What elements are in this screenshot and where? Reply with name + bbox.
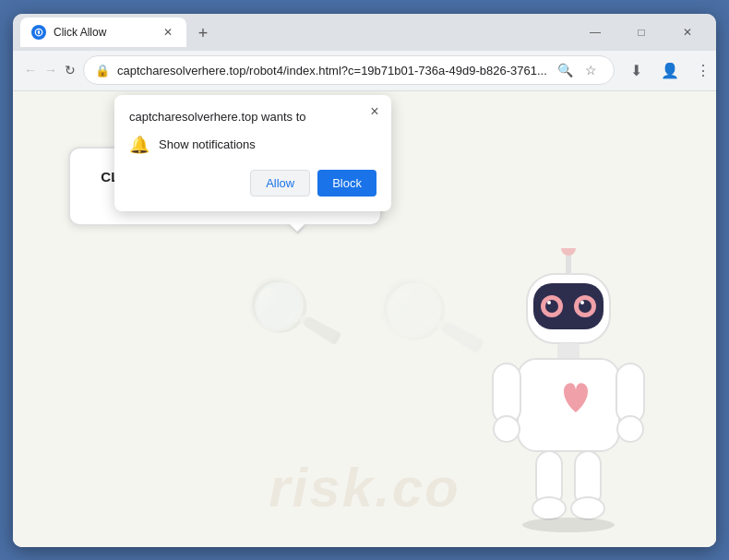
tab-favicon (31, 25, 46, 40)
new-tab-button[interactable]: + (190, 21, 216, 47)
popup-title: captcharesolverhere.top wants to (129, 110, 376, 124)
permission-label: Show notifications (159, 137, 256, 151)
page-content: 🔍 🔍 risk.co CLICK «ALLOW» TO CONFIRM THA… (13, 91, 716, 547)
svg-point-10 (580, 301, 584, 304)
notification-popup: captcharesolverhere.top wants to × 🔔 Sho… (114, 95, 391, 211)
profile-button[interactable]: 👤 (655, 55, 685, 85)
svg-point-18 (532, 497, 566, 519)
svg-point-21 (522, 518, 615, 532)
browser-window: Click Allow ✕ + — □ ✕ ← → ↻ 🔒 captchares… (13, 14, 716, 547)
forward-button[interactable]: → (44, 57, 57, 83)
tabs-area: Click Allow ✕ + (20, 18, 567, 47)
lock-icon: 🔒 (95, 64, 110, 77)
back-button[interactable]: ← (24, 57, 37, 83)
minimize-button[interactable]: — (574, 18, 616, 46)
svg-point-8 (579, 300, 592, 313)
robot-svg (476, 248, 661, 534)
bookmark-icon[interactable]: ☆ (580, 59, 603, 81)
svg-rect-11 (557, 343, 580, 360)
close-button[interactable]: ✕ (666, 18, 709, 46)
menu-button[interactable]: ⋮ (688, 55, 716, 85)
active-tab: Click Allow ✕ (20, 18, 186, 47)
permission-row: 🔔 Show notifications (129, 135, 376, 155)
svg-point-9 (547, 301, 551, 304)
address-bar[interactable]: 🔒 captcharesolverhere.top/robot4/index.h… (83, 55, 615, 85)
svg-rect-15 (616, 363, 644, 423)
download-button[interactable]: ⬇ (622, 55, 651, 85)
reload-button[interactable]: ↻ (65, 57, 76, 83)
robot-illustration (476, 248, 661, 538)
bell-icon: 🔔 (129, 135, 149, 155)
svg-point-20 (571, 497, 604, 519)
toolbar-icons: ⬇ 👤 ⋮ (622, 55, 716, 85)
address-icons: 🔍 ☆ (555, 59, 603, 81)
svg-rect-13 (493, 363, 520, 423)
svg-point-2 (561, 248, 576, 256)
allow-button[interactable]: Allow (250, 170, 310, 197)
navigation-bar: ← → ↻ 🔒 captcharesolverhere.top/robot4/i… (13, 51, 716, 91)
svg-rect-12 (518, 359, 619, 451)
block-button[interactable]: Block (317, 170, 376, 197)
tab-title: Click Allow (54, 26, 153, 39)
watermark-icon-1: 🔍 (237, 260, 352, 377)
popup-close-button[interactable]: × (365, 102, 384, 121)
tab-close-button[interactable]: ✕ (161, 25, 175, 40)
svg-point-16 (617, 416, 643, 442)
svg-point-7 (545, 300, 558, 313)
window-controls: — □ ✕ (574, 18, 709, 46)
title-bar: Click Allow ✕ + — □ ✕ (13, 14, 716, 51)
svg-point-14 (494, 416, 520, 442)
url-text: captcharesolverhere.top/robot4/index.htm… (117, 64, 547, 77)
maximize-button[interactable]: □ (620, 18, 663, 46)
watermark-icon-2: 🔍 (366, 258, 491, 378)
popup-buttons: Allow Block (129, 170, 376, 197)
watermark-text: risk.co (269, 456, 460, 519)
search-icon[interactable]: 🔍 (555, 59, 577, 81)
